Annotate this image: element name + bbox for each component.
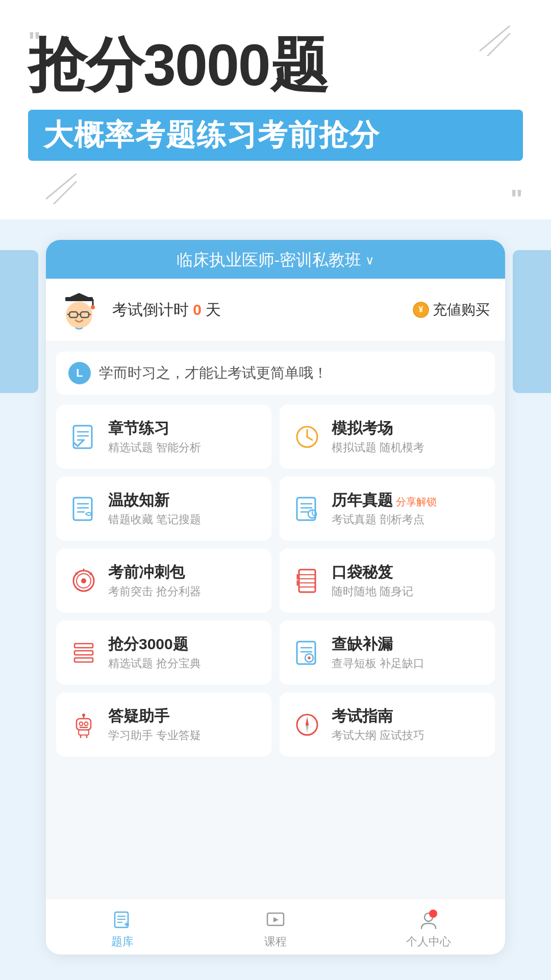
menu-item-sprint[interactable]: 考前冲刺包 考前突击 抢分利器 <box>56 549 271 612</box>
recharge-button[interactable]: ¥ 充値购买 <box>412 300 490 320</box>
hero-title: 抢分3000题 <box>28 36 328 94</box>
svg-point-36 <box>81 578 86 583</box>
menu-item-chapter-practice[interactable]: 章节练习 精选试题 智能分析 <box>56 405 271 469</box>
svg-point-7 <box>91 305 95 309</box>
svg-point-58 <box>85 722 88 725</box>
mock-exam-subtitle: 模拟试题 随机模考 <box>332 440 424 455</box>
gap-check-content: 查缺补漏 查寻短板 补足缺口 <box>332 634 424 671</box>
svg-text:¥: ¥ <box>419 305 423 314</box>
mock-exam-title: 模拟考场 <box>332 418 424 438</box>
svg-line-33 <box>312 514 314 516</box>
coin-icon: ¥ <box>412 301 430 318</box>
review-subtitle: 错题收藏 笔记搜题 <box>108 512 201 527</box>
menu-item-qa-helper[interactable]: 答疑助手 学习助手 专业答疑 <box>56 693 271 756</box>
nav-item-question-bank[interactable]: 题库 <box>46 904 199 949</box>
share-badge: 分享解锁 <box>396 496 437 507</box>
avatar-img <box>56 287 102 333</box>
sprint-title: 考前冲刺包 <box>108 562 201 582</box>
menu-item-review[interactable]: 温故知新 错题收藏 笔记搜题 <box>56 477 271 541</box>
profile-notification-dot <box>429 910 437 918</box>
hero-quote-close: " <box>510 184 523 214</box>
menu-item-mock-exam[interactable]: 模拟考场 模拟试题 随机模考 <box>280 405 495 469</box>
past-exams-subtitle: 考试真题 剖析考点 <box>332 512 437 527</box>
svg-rect-48 <box>74 651 93 655</box>
app-card: 临床执业医师-密训私教班 ∨ <box>46 240 505 954</box>
countdown-text: 考试倒计时 0 天 <box>112 300 412 321</box>
svg-line-1 <box>487 33 510 56</box>
svg-point-61 <box>82 714 85 717</box>
past-exams-content: 历年真题分享解锁 考试真题 剖析考点 <box>332 490 437 527</box>
mock-exam-content: 模拟考场 模拟试题 随机模考 <box>332 418 424 455</box>
profile-nav-label: 个人中心 <box>406 934 451 949</box>
profile-nav-icon-wrap <box>417 909 440 934</box>
user-row: 考试倒计时 0 天 ¥ 充値购买 <box>46 279 505 341</box>
svg-rect-40 <box>299 570 315 592</box>
app-header[interactable]: 临床执业医师-密训私教班 ∨ <box>46 240 505 279</box>
svg-point-57 <box>80 722 83 725</box>
exam-guide-icon <box>292 709 322 740</box>
svg-marker-67 <box>306 717 309 725</box>
menu-item-exam-guide[interactable]: 考试指南 考试大纲 应试技巧 <box>280 693 495 756</box>
svg-rect-23 <box>73 498 92 520</box>
chapter-practice-subtitle: 精选试题 智能分析 <box>108 440 201 455</box>
deco-diagonal-top <box>480 26 510 56</box>
grab-score-subtitle: 精选试题 抢分宝典 <box>108 656 201 671</box>
dropdown-arrow-icon: ∨ <box>365 253 374 267</box>
menu-item-gap-check[interactable]: 查缺补漏 查寻短板 补足缺口 <box>280 621 495 684</box>
qa-helper-subtitle: 学习助手 专业答疑 <box>108 728 201 743</box>
side-deco-left <box>0 250 38 393</box>
svg-rect-62 <box>79 730 89 735</box>
exam-guide-title: 考试指南 <box>332 706 424 726</box>
menu-item-pocket-notes[interactable]: 口袋秘笈 随时随地 随身记 <box>280 549 495 612</box>
svg-marker-74 <box>273 917 279 922</box>
question-bank-nav-label: 题库 <box>111 934 134 949</box>
chapter-practice-icon <box>68 422 99 452</box>
grab-score-content: 抢分3000题 精选试题 抢分宝典 <box>108 634 201 671</box>
exam-guide-subtitle: 考试大纲 应试技巧 <box>332 728 424 743</box>
pocket-notes-icon <box>292 566 322 596</box>
qa-helper-icon <box>68 709 99 740</box>
tip-icon: L <box>68 362 91 384</box>
hero-subtitle-text: 大概率考题练习考前抢分 <box>43 115 380 155</box>
app-header-title: 临床执业医师-密训私教班 <box>177 249 362 272</box>
sprint-content: 考前冲刺包 考前突击 抢分利器 <box>108 562 201 599</box>
svg-line-22 <box>307 437 312 440</box>
menu-item-grab-score[interactable]: 抢分3000题 精选试题 抢分宝典 <box>56 621 271 684</box>
svg-marker-68 <box>306 725 309 733</box>
deco-diagonal-bottom <box>46 174 77 204</box>
grab-score-title: 抢分3000题 <box>108 634 201 654</box>
svg-rect-27 <box>297 498 315 520</box>
tip-bar: L 学而时习之，才能让考试更简单哦！ <box>56 352 495 395</box>
review-content: 温故知新 错题收藏 笔记搜题 <box>108 490 201 527</box>
past-exams-icon <box>292 494 322 524</box>
gap-check-icon <box>292 638 322 668</box>
bottom-nav: 题库 课程 <box>46 898 505 954</box>
qa-helper-title: 答疑助手 <box>108 706 201 726</box>
chapter-practice-title: 章节练习 <box>108 418 201 438</box>
pocket-notes-subtitle: 随时随地 随身记 <box>332 584 413 599</box>
review-icon <box>68 494 99 524</box>
pocket-notes-title: 口袋秘笈 <box>332 562 413 582</box>
svg-rect-49 <box>74 658 93 662</box>
course-nav-icon <box>264 909 287 932</box>
question-bank-nav-icon <box>111 909 134 932</box>
menu-grid: 章节练习 精选试题 智能分析 模拟考场 模拟试题 随机模考 <box>46 400 505 767</box>
grab-score-icon <box>68 638 99 668</box>
svg-line-3 <box>54 181 77 204</box>
hero-subtitle-bar: 大概率考题练习考前抢分 <box>28 110 523 161</box>
side-deco-right <box>513 250 551 393</box>
nav-item-course[interactable]: 课程 <box>199 904 352 949</box>
menu-item-past-exams[interactable]: 历年真题分享解锁 考试真题 剖析考点 <box>280 477 495 541</box>
review-title: 温故知新 <box>108 490 201 510</box>
hero-section: " 抢分3000题 大概率考题练习考前抢分 " <box>0 0 551 219</box>
tip-text: 学而时习之，才能让考试更简单哦！ <box>99 363 328 383</box>
chapter-practice-content: 章节练习 精选试题 智能分析 <box>108 418 201 455</box>
past-exams-title: 历年真题分享解锁 <box>332 490 437 510</box>
gap-check-title: 查缺补漏 <box>332 634 424 654</box>
avatar <box>56 287 102 333</box>
gap-check-subtitle: 查寻短板 补足缺口 <box>332 656 424 671</box>
svg-rect-56 <box>77 719 91 730</box>
nav-item-profile[interactable]: 个人中心 <box>352 904 505 949</box>
countdown-value: 0 <box>193 301 202 318</box>
countdown-label: 考试倒计时 <box>112 301 189 318</box>
